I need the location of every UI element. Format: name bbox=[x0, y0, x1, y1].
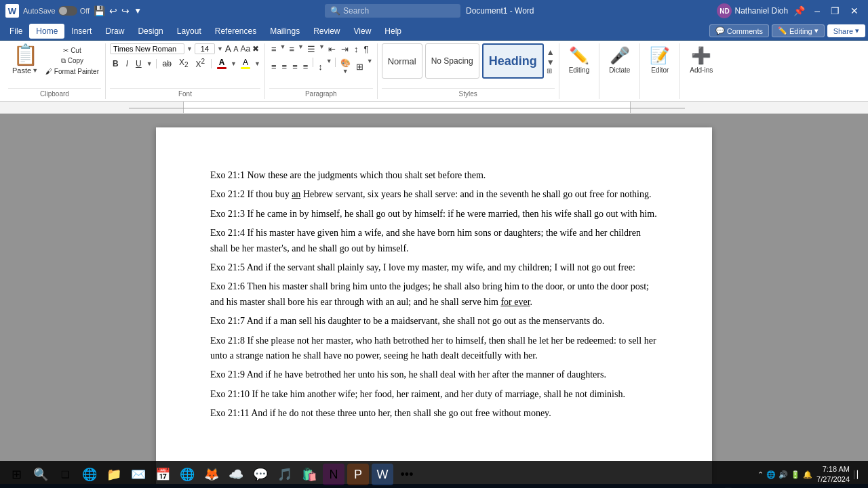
menu-mailings[interactable]: Mailings bbox=[263, 24, 307, 39]
menu-references[interactable]: References bbox=[208, 24, 263, 39]
battery-icon[interactable]: 🔋 bbox=[791, 470, 800, 479]
taskbar-edge[interactable]: 🌐 bbox=[79, 464, 100, 485]
taskbar-datetime[interactable]: 7:18 AM 7/27/2024 bbox=[816, 464, 850, 485]
show-formatting-button[interactable]: ¶ bbox=[361, 43, 370, 55]
bullet-dropdown-icon[interactable]: ▼ bbox=[280, 43, 286, 55]
menu-help[interactable]: Help bbox=[378, 24, 408, 39]
menu-view[interactable]: View bbox=[347, 24, 378, 39]
save-icon[interactable]: 💾 bbox=[94, 5, 105, 16]
document-container[interactable]: Exo 21:1 Now these are the judgments whi… bbox=[0, 114, 868, 484]
line-spacing-dropdown-icon[interactable]: ▼ bbox=[326, 58, 332, 75]
borders-dropdown-icon[interactable]: ▼ bbox=[367, 58, 373, 75]
share-button[interactable]: Share ▾ bbox=[827, 24, 865, 37]
multilevel-dropdown-icon[interactable]: ▼ bbox=[319, 43, 325, 55]
style-no-spacing-button[interactable]: No Spacing bbox=[425, 43, 479, 79]
align-left-button[interactable]: ≡ bbox=[269, 58, 279, 75]
subscript-button[interactable]: X2 bbox=[176, 57, 191, 69]
font-shrink-button[interactable]: A bbox=[233, 45, 238, 53]
superscript-button[interactable]: X2 bbox=[193, 57, 208, 70]
style-normal-button[interactable]: Normal bbox=[382, 43, 422, 79]
taskbar-powerpoint[interactable]: P bbox=[347, 464, 369, 485]
highlight-button[interactable]: A bbox=[239, 57, 252, 70]
customize-icon[interactable]: ▼ bbox=[134, 6, 142, 16]
menu-home[interactable]: Home bbox=[29, 24, 64, 39]
font-name-input[interactable] bbox=[110, 43, 184, 54]
redo-icon[interactable]: ↪ bbox=[121, 5, 130, 16]
font-color-dropdown-icon[interactable]: ▼ bbox=[231, 60, 237, 67]
pin-icon[interactable]: 📌 bbox=[791, 5, 808, 16]
borders-button[interactable]: ⊞ bbox=[354, 58, 366, 75]
taskbar-taskview[interactable]: ❑ bbox=[54, 464, 76, 485]
autosave-toggle[interactable] bbox=[58, 6, 77, 16]
search-bar[interactable]: 🔍 bbox=[325, 4, 460, 18]
increase-indent-button[interactable]: ⇥ bbox=[339, 43, 351, 55]
tray-up-arrow-icon[interactable]: ⌃ bbox=[757, 470, 764, 479]
taskbar-explorer[interactable]: 📁 bbox=[103, 464, 125, 485]
bullet-list-button[interactable]: ≡ bbox=[269, 43, 279, 55]
taskbar-onenote[interactable]: N bbox=[323, 464, 344, 485]
styles-expand-icon[interactable]: ⊞ bbox=[547, 67, 555, 75]
multi-level-list-button[interactable]: ☰ bbox=[305, 43, 317, 55]
styles-down-arrow-icon[interactable]: ▼ bbox=[547, 58, 555, 67]
format-painter-button[interactable]: 🖌 Format Painter bbox=[43, 67, 101, 76]
menu-insert[interactable]: Insert bbox=[64, 24, 98, 39]
cut-button[interactable]: ✂ Cut bbox=[43, 46, 101, 55]
clear-format-icon[interactable]: ✖ bbox=[252, 44, 259, 54]
underline-button[interactable]: U bbox=[133, 58, 144, 69]
taskbar-mail[interactable]: ✉️ bbox=[127, 464, 149, 485]
restore-button[interactable]: ❐ bbox=[827, 0, 844, 22]
sort-button[interactable]: ↕ bbox=[352, 43, 361, 55]
font-name-dropdown-icon[interactable]: ▼ bbox=[186, 45, 193, 52]
italic-button[interactable]: I bbox=[123, 58, 131, 69]
taskbar-teams[interactable]: 💬 bbox=[250, 464, 271, 485]
font-grow-button[interactable]: A bbox=[225, 43, 231, 54]
menu-layout[interactable]: Layout bbox=[170, 24, 208, 39]
menu-file[interactable]: File bbox=[3, 24, 29, 39]
start-button[interactable]: ⊞ bbox=[5, 464, 27, 485]
paste-button[interactable]: 📋 Paste ▼ bbox=[8, 43, 42, 75]
styles-up-arrow-icon[interactable]: ▲ bbox=[547, 47, 555, 57]
notification-icon[interactable]: 🔔 bbox=[803, 470, 812, 479]
numbered-dropdown-icon[interactable]: ▼ bbox=[298, 43, 304, 55]
decrease-indent-button[interactable]: ⇤ bbox=[326, 43, 338, 55]
styles-arrow-buttons[interactable]: ▲ ▼ ⊞ bbox=[547, 47, 555, 75]
dictate-button[interactable]: 🎤 Dictate bbox=[605, 43, 634, 77]
network-icon[interactable]: 🌐 bbox=[766, 470, 776, 479]
font-size-dropdown-icon[interactable]: ▼ bbox=[217, 45, 223, 52]
taskbar-onedrive[interactable]: ☁️ bbox=[225, 464, 247, 485]
close-button[interactable]: ✕ bbox=[846, 0, 863, 22]
taskbar-calendar[interactable]: 📅 bbox=[152, 464, 174, 485]
bold-button[interactable]: B bbox=[110, 58, 121, 69]
justify-button[interactable]: ≡ bbox=[301, 58, 311, 75]
font-size-input[interactable] bbox=[195, 43, 215, 54]
align-right-button[interactable]: ≡ bbox=[290, 58, 300, 75]
underline-dropdown-icon[interactable]: ▼ bbox=[146, 60, 153, 67]
font-color-button[interactable]: A bbox=[215, 57, 229, 70]
menu-review[interactable]: Review bbox=[307, 24, 347, 39]
shading-dropdown-icon[interactable]: ▼ bbox=[342, 68, 349, 75]
taskbar-word[interactable]: W bbox=[372, 464, 393, 485]
taskbar-spotify[interactable]: 🎵 bbox=[274, 464, 296, 485]
menu-draw[interactable]: Draw bbox=[98, 24, 131, 39]
search-input[interactable] bbox=[343, 6, 452, 16]
addins-button[interactable]: ➕ Add-ins bbox=[686, 43, 717, 77]
align-center-button[interactable]: ≡ bbox=[280, 58, 290, 75]
highlight-dropdown-icon[interactable]: ▼ bbox=[254, 60, 260, 67]
editing-button-ribbon[interactable]: ✏️ Editing bbox=[565, 43, 594, 77]
show-desktop-button[interactable]: ▏ bbox=[854, 470, 863, 479]
minimize-button[interactable]: – bbox=[810, 0, 824, 22]
text-effects-icon[interactable]: Aa bbox=[241, 44, 251, 54]
taskbar-chrome[interactable]: 🌐 bbox=[176, 464, 198, 485]
taskbar-search[interactable]: 🔍 bbox=[30, 464, 52, 485]
strikethrough-button[interactable]: ab bbox=[160, 58, 174, 69]
comments-button[interactable]: 💬 Comments bbox=[709, 24, 769, 37]
style-heading-button[interactable]: Heading bbox=[482, 43, 544, 79]
document-page[interactable]: Exo 21:1 Now these are the judgments whi… bbox=[156, 127, 712, 484]
taskbar-firefox[interactable]: 🦊 bbox=[201, 464, 222, 485]
taskbar-more[interactable]: ••• bbox=[396, 464, 418, 485]
menu-design[interactable]: Design bbox=[131, 24, 170, 39]
volume-icon[interactable]: 🔊 bbox=[778, 470, 788, 479]
undo-icon[interactable]: ↩ bbox=[109, 5, 117, 16]
paste-dropdown-icon[interactable]: ▼ bbox=[32, 67, 38, 74]
editing-button[interactable]: ✏️ Editing ▾ bbox=[772, 24, 825, 37]
